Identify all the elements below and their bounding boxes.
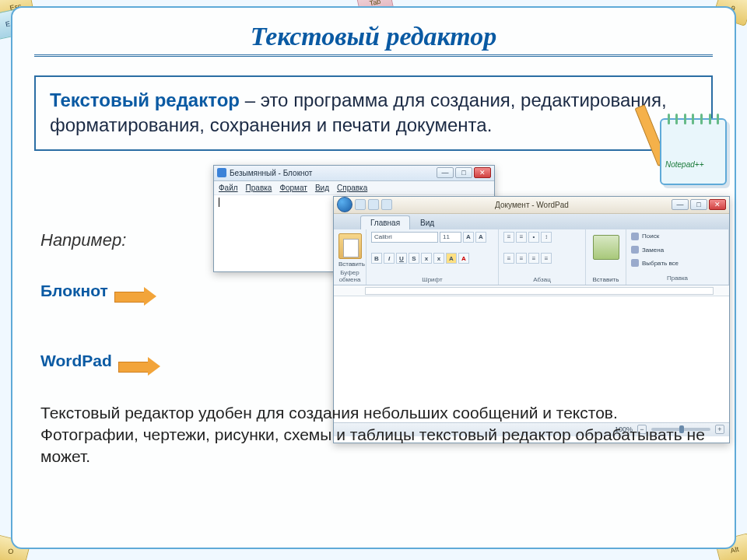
select-all-icon[interactable] — [631, 259, 639, 267]
app-menu-orb[interactable] — [337, 197, 352, 212]
menu-file[interactable]: Файл — [219, 184, 238, 192]
menu-help[interactable]: Справка — [337, 184, 367, 192]
decrease-indent-icon[interactable]: ≡ — [503, 232, 514, 243]
footer-text: Текстовый редактор удобен для создания н… — [40, 402, 707, 468]
find-icon[interactable] — [631, 233, 639, 240]
close-button[interactable]: ✕ — [474, 167, 491, 178]
subscript-button[interactable]: x — [421, 253, 432, 264]
highlight-icon[interactable]: A — [446, 253, 457, 264]
text-cursor-icon — [219, 198, 219, 207]
align-left-icon[interactable]: ≡ — [503, 253, 514, 264]
font-name-select[interactable]: Calibri — [371, 232, 438, 243]
group-clipboard: Вставить Буфер обмена — [334, 229, 366, 285]
close-button[interactable]: ✕ — [709, 199, 726, 210]
select-all-label[interactable]: Выбрать все — [642, 260, 679, 267]
definition-term: Текстовый редактор — [50, 89, 240, 110]
arrow-icon — [118, 359, 162, 373]
tab-view[interactable]: Вид — [410, 215, 444, 229]
qat-redo-icon[interactable] — [381, 199, 392, 210]
tab-home[interactable]: Главная — [360, 215, 410, 229]
group-title-font: Шрифт — [371, 276, 493, 283]
menu-format[interactable]: Формат — [279, 184, 307, 192]
paste-label: Вставить — [338, 261, 361, 268]
bold-button[interactable]: B — [371, 253, 382, 264]
superscript-button[interactable]: x — [433, 253, 444, 264]
minimize-button[interactable]: — — [437, 167, 454, 178]
find-label[interactable]: Поиск — [642, 233, 659, 240]
justify-icon[interactable]: ≡ — [541, 253, 552, 264]
wordpad-titlebar: Документ - WordPad — □ ✕ — [334, 197, 729, 214]
maximize-button[interactable]: □ — [455, 167, 472, 178]
underline-button[interactable]: U — [396, 253, 407, 264]
italic-button[interactable]: I — [384, 253, 395, 264]
shrink-font-icon[interactable]: A — [475, 232, 486, 243]
slide-frame: Текстовый редактор Текстовый редактор – … — [11, 6, 736, 549]
grow-font-icon[interactable]: A — [463, 232, 474, 243]
insert-picture-icon[interactable] — [593, 235, 619, 260]
group-title-clipboard: Буфер обмена — [338, 269, 361, 283]
maximize-button[interactable]: □ — [690, 199, 707, 210]
paste-icon[interactable] — [338, 233, 362, 259]
qat-save-icon[interactable] — [355, 199, 366, 210]
group-title-editing: Правка — [631, 275, 724, 282]
increase-indent-icon[interactable]: ≡ — [516, 232, 527, 243]
align-right-icon[interactable]: ≡ — [528, 253, 539, 264]
definition-box: Текстовый редактор – это программа для с… — [34, 75, 713, 151]
strike-button[interactable]: S — [409, 253, 419, 264]
font-size-select[interactable]: 11 — [440, 232, 461, 243]
notepad-icon — [217, 168, 226, 177]
example-labels: Например: Блокнот WordPad — [40, 230, 162, 422]
group-insert: Вставить — [586, 229, 626, 285]
ribbon-tabs: Главная Вид — [334, 214, 729, 229]
arrow-icon — [114, 289, 158, 303]
app-label-wordpad: WordPad — [40, 352, 112, 370]
notepad-titlebar: Безымянный - Блокнот — □ ✕ — [214, 166, 494, 181]
notepad-title-text: Безымянный - Блокнот — [230, 169, 312, 177]
menu-edit[interactable]: Правка — [246, 184, 272, 192]
notepad-menubar: Файл Правка Формат Вид Справка — [214, 181, 494, 195]
example-label: Например: — [40, 230, 162, 250]
replace-label[interactable]: Замена — [642, 247, 664, 254]
group-font: Calibri 11 A A B I U S x x A A — [366, 229, 499, 285]
insert-label: Вставить — [593, 276, 619, 283]
align-center-icon[interactable]: ≡ — [516, 253, 527, 264]
app-label-notepad: Блокнот — [40, 282, 108, 300]
font-color-icon[interactable]: A — [458, 253, 469, 264]
zoom-in-button[interactable]: + — [715, 425, 724, 434]
ruler[interactable] — [334, 285, 729, 296]
bullets-icon[interactable]: • — [528, 232, 539, 243]
replace-icon[interactable] — [631, 246, 639, 254]
line-spacing-icon[interactable]: ↕ — [541, 232, 552, 243]
qat-undo-icon[interactable] — [368, 199, 379, 210]
group-editing: Поиск Замена Выбрать все Правка — [626, 229, 729, 285]
group-title-paragraph: Абзац — [503, 276, 580, 283]
group-paragraph: ≡ ≡ • ↕ ≡ ≡ ≡ ≡ Абзац — [499, 229, 586, 285]
ribbon: Вставить Буфер обмена Calibri 11 A A B I… — [334, 229, 729, 285]
slide-title: Текстовый редактор — [34, 22, 713, 57]
content-area: Например: Блокнот WordPad Безымянный - Б… — [34, 165, 713, 492]
wordpad-doc-title: Документ - WordPad — [495, 201, 569, 209]
menu-view[interactable]: Вид — [315, 184, 329, 192]
minimize-button[interactable]: — — [672, 199, 689, 210]
